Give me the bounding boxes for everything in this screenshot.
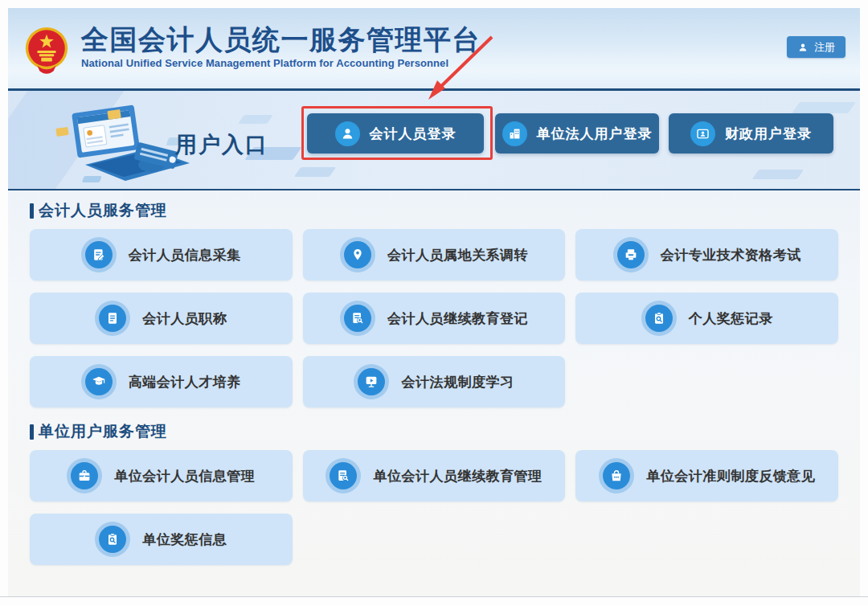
section-title: 会计人员服务管理 bbox=[39, 200, 167, 221]
card-icon-circle bbox=[85, 368, 113, 395]
login-button-1[interactable]: 会计人员登录 bbox=[307, 113, 484, 154]
bottom-edge bbox=[0, 596, 868, 606]
titles: 全国会计人员统一服务管理平台 National Unified Service … bbox=[81, 23, 481, 69]
card-label: 单位会计准则制度反馈意见 bbox=[646, 467, 815, 485]
doc-search-icon bbox=[350, 310, 366, 326]
card-grid: 会计人员信息采集会计人员属地关系调转会计专业技术资格考试会计人员职称会计人员继续… bbox=[30, 229, 838, 407]
user-entry-banner: 用户入口 会计人员登录单位法人用户登录财政用户登录 bbox=[8, 88, 860, 190]
card-icon-ring bbox=[326, 458, 361, 493]
card-label: 会计法规制度学习 bbox=[401, 373, 514, 391]
card-label: 会计人员职称 bbox=[142, 309, 227, 328]
card-icon-circle bbox=[71, 462, 98, 489]
card-icon-ring bbox=[641, 301, 677, 336]
service-card[interactable]: 会计人员属地关系调转 bbox=[303, 229, 566, 280]
clipboard-search-icon bbox=[104, 531, 121, 547]
card-icon-ring bbox=[613, 237, 649, 272]
login-icon-circle bbox=[690, 121, 715, 146]
person-icon bbox=[797, 42, 809, 53]
card-icon-circle bbox=[330, 462, 357, 489]
login-icon-circle bbox=[335, 121, 360, 146]
bag-feedback-icon bbox=[608, 468, 624, 484]
user-entry-title: 用户入口 bbox=[175, 130, 268, 159]
card-icon-ring bbox=[599, 458, 634, 493]
banner-stripe bbox=[238, 115, 273, 124]
doc-search-icon bbox=[335, 468, 351, 484]
clipboard-search-icon bbox=[651, 310, 667, 326]
section-bar bbox=[30, 203, 34, 219]
login-button-label: 财政用户登录 bbox=[725, 125, 812, 143]
card-icon-ring bbox=[95, 301, 130, 336]
header: 全国会计人员统一服务管理平台 National Unified Service … bbox=[8, 8, 860, 88]
service-card[interactable]: 单位会计人员继续教育管理 bbox=[303, 450, 566, 502]
card-icon-circle bbox=[99, 305, 126, 332]
card-label: 单位会计人员信息管理 bbox=[114, 467, 255, 485]
page: 全国会计人员统一服务管理平台 National Unified Service … bbox=[0, 0, 868, 606]
national-emblem-logo bbox=[22, 25, 72, 75]
card-icon-circle bbox=[358, 368, 385, 395]
banner-stripe bbox=[752, 170, 804, 179]
login-button-label: 会计人员登录 bbox=[370, 125, 457, 143]
person-icon bbox=[340, 126, 355, 141]
card-label: 单位会计人员继续教育管理 bbox=[373, 467, 542, 485]
exam-printer-icon bbox=[623, 247, 639, 263]
card-icon-ring bbox=[354, 364, 389, 399]
login-button-3[interactable]: 财政用户登录 bbox=[669, 113, 833, 154]
card-label: 高端会计人才培养 bbox=[129, 373, 241, 391]
service-card[interactable]: 会计法规制度学习 bbox=[303, 356, 566, 407]
card-icon-circle bbox=[617, 241, 645, 268]
service-card[interactable]: 单位奖惩信息 bbox=[30, 514, 293, 565]
service-card[interactable]: 高端会计人才培养 bbox=[30, 356, 293, 407]
card-icon-circle bbox=[603, 462, 630, 489]
service-card[interactable]: 会计人员职称 bbox=[30, 293, 293, 344]
card-label: 会计人员继续教育登记 bbox=[387, 309, 528, 328]
register-label: 注册 bbox=[814, 40, 835, 55]
service-card[interactable]: 会计专业技术资格考试 bbox=[575, 229, 838, 280]
section-header: 会计人员服务管理 bbox=[30, 202, 838, 219]
card-icon-circle bbox=[344, 305, 371, 332]
card-label: 会计人员信息采集 bbox=[129, 246, 241, 264]
doc-edit-icon bbox=[91, 247, 107, 263]
doc-lines-icon bbox=[104, 310, 121, 326]
section-bar bbox=[30, 424, 34, 440]
id-card-icon bbox=[695, 126, 710, 141]
monitor-play-icon bbox=[363, 374, 379, 390]
login-button-2[interactable]: 单位法人用户登录 bbox=[495, 113, 659, 154]
card-icon-circle bbox=[85, 241, 113, 268]
card-icon-ring bbox=[340, 301, 375, 336]
service-card[interactable]: 单位会计准则制度反馈意见 bbox=[575, 450, 838, 502]
login-icon-circle bbox=[502, 121, 527, 146]
service-card[interactable]: 个人奖惩记录 bbox=[575, 293, 838, 344]
section-header: 单位用户服务管理 bbox=[30, 423, 838, 440]
brand: 全国会计人员统一服务管理平台 National Unified Service … bbox=[22, 23, 481, 75]
briefcase-icon bbox=[76, 468, 92, 484]
card-icon-circle bbox=[645, 305, 673, 332]
service-card[interactable]: 会计人员继续教育登记 bbox=[303, 293, 566, 344]
card-grid: 单位会计人员信息管理单位会计人员继续教育管理单位会计准则制度反馈意见单位奖惩信息 bbox=[30, 450, 838, 565]
card-icon-ring bbox=[67, 458, 102, 493]
card-icon-circle bbox=[344, 241, 371, 268]
main-content: 会计人员服务管理会计人员信息采集会计人员属地关系调转会计专业技术资格考试会计人员… bbox=[8, 190, 860, 596]
card-icon-ring bbox=[81, 364, 117, 399]
building-icon bbox=[507, 126, 522, 141]
graduation-cap-icon bbox=[91, 374, 107, 390]
site-subtitle: National Unified Service Management Plat… bbox=[81, 57, 481, 69]
card-icon-ring bbox=[95, 522, 130, 557]
card-label: 会计人员属地关系调转 bbox=[387, 246, 528, 264]
card-icon-ring bbox=[340, 237, 375, 272]
card-icon-circle bbox=[99, 526, 126, 553]
site-title: 全国会计人员统一服务管理平台 bbox=[81, 23, 481, 55]
login-button-label: 单位法人用户登录 bbox=[537, 125, 653, 143]
register-button[interactable]: 注册 bbox=[787, 36, 845, 58]
card-label: 单位奖惩信息 bbox=[142, 530, 227, 549]
banner-stripe bbox=[294, 167, 336, 177]
section-title: 单位用户服务管理 bbox=[39, 421, 167, 442]
card-icon-ring bbox=[81, 237, 117, 272]
card-label: 会计专业技术资格考试 bbox=[661, 246, 801, 264]
card-label: 个人奖惩记录 bbox=[689, 309, 773, 328]
service-card[interactable]: 会计人员信息采集 bbox=[30, 229, 293, 280]
service-card[interactable]: 单位会计人员信息管理 bbox=[30, 450, 293, 502]
banner-stripe bbox=[792, 102, 856, 113]
location-pin-icon bbox=[350, 247, 366, 263]
